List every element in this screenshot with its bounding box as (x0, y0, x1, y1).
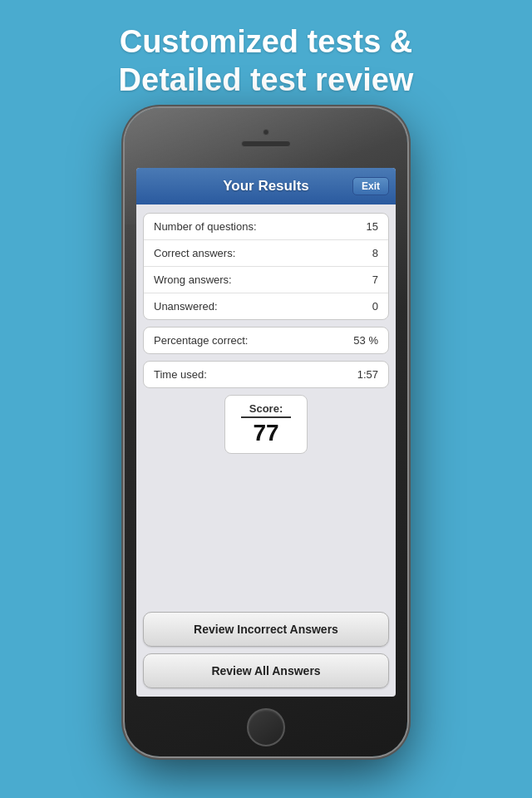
stats-group-percentage: Percentage correct:53 % (143, 327, 389, 354)
stats-label: Correct answers: (154, 247, 235, 259)
camera-lens (263, 129, 269, 135)
stats-group-main: Number of questions:15Correct answers:8W… (143, 213, 389, 320)
score-label: Score: (235, 402, 297, 415)
stats-row: Number of questions:15 (144, 214, 388, 240)
review-all-button[interactable]: Review All Answers (143, 653, 389, 688)
review-incorrect-button[interactable]: Review Incorrect Answers (143, 612, 389, 647)
stats-row: Percentage correct:53 % (144, 328, 388, 353)
stats-value: 15 (367, 220, 378, 233)
stats-label: Number of questions: (154, 220, 257, 233)
results-title: Your Results (223, 178, 309, 195)
phone-screen: Your Results Exit Number of questions:15… (136, 168, 396, 697)
stats-container: Number of questions:15Correct answers:8W… (136, 204, 396, 608)
stats-row: Correct answers:8 (144, 240, 388, 267)
stats-value: 8 (372, 247, 378, 259)
stats-value: 7 (372, 273, 378, 286)
stats-value: 1:57 (357, 368, 378, 381)
promo-line1: Customized tests & (120, 24, 413, 59)
stats-label: Unanswered: (154, 300, 218, 313)
exit-button[interactable]: Exit (352, 177, 389, 195)
stats-value: 53 % (353, 334, 378, 347)
home-button[interactable] (247, 708, 285, 746)
phone-frame: Your Results Exit Number of questions:15… (125, 108, 407, 756)
promo-line2: Detailed test review (119, 62, 414, 97)
results-header-bar: Your Results Exit (136, 168, 396, 204)
stats-value: 0 (372, 300, 378, 313)
screen-content: Your Results Exit Number of questions:15… (136, 168, 396, 697)
stats-row: Wrong answers:7 (144, 267, 388, 293)
promo-header: Customized tests & Detailed test review (0, 0, 532, 114)
speaker-grille (241, 140, 291, 147)
stats-label: Time used: (154, 368, 207, 381)
stats-row: Unanswered:0 (144, 293, 388, 319)
score-box: Score: 77 (224, 395, 308, 454)
stats-group-time: Time used:1:57 (143, 361, 389, 388)
phone-top-bar (125, 108, 407, 168)
stats-label: Wrong answers: (154, 273, 232, 286)
stats-row: Time used:1:57 (144, 362, 388, 387)
stats-label: Percentage correct: (154, 334, 248, 347)
score-value: 77 (241, 416, 291, 446)
action-buttons-area: Review Incorrect Answers Review All Answ… (136, 608, 396, 697)
